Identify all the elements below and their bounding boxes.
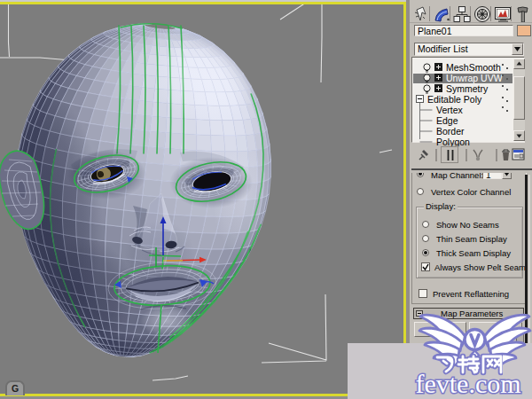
svg-text:fevte.com: fevte.com (415, 372, 520, 398)
